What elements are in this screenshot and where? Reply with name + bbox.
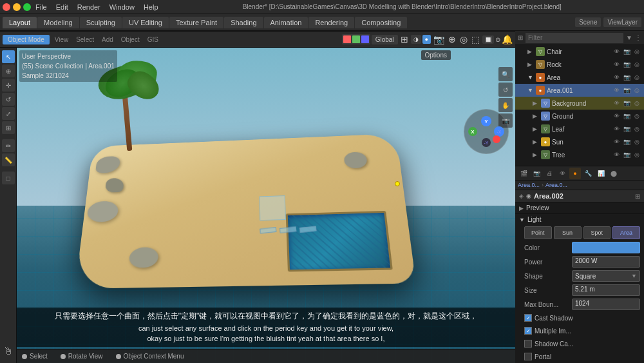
- multiple-importance-checkbox[interactable]: [524, 327, 532, 335]
- size-value[interactable]: 5.21 m: [572, 284, 640, 296]
- render-icon[interactable]: ◎: [632, 112, 641, 121]
- prop-tab-output[interactable]: 🖨: [544, 168, 555, 179]
- light-type-point[interactable]: Point: [524, 226, 552, 239]
- prop-tab-object-active[interactable]: ●: [569, 168, 581, 179]
- viewport-canvas[interactable]: User Perspective (55) Scene Collection |…: [17, 48, 515, 363]
- prop-tab-view[interactable]: 👁: [556, 168, 568, 179]
- max-bounce-value[interactable]: 1024: [572, 299, 640, 310]
- outliner-item-rock[interactable]: ▶ ▽ Rock 👁 📷 ◎: [515, 58, 644, 71]
- preview-section[interactable]: ▶ Preview: [515, 202, 644, 213]
- options-btn[interactable]: Options: [421, 50, 451, 60]
- render-icon[interactable]: ◎: [632, 150, 641, 159]
- camera-icon[interactable]: 📷: [622, 150, 631, 159]
- light-section-header[interactable]: ▼ Light: [515, 214, 644, 225]
- eye-icon[interactable]: 👁: [612, 150, 621, 159]
- gizmo-z[interactable]: [493, 135, 500, 143]
- menu-file[interactable]: File: [31, 2, 52, 12]
- outliner-sort-icon[interactable]: ⋮: [635, 34, 641, 41]
- tab-compositing[interactable]: Compositing: [355, 17, 407, 28]
- select-menu[interactable]: Select: [73, 35, 97, 44]
- minimize-button[interactable]: [13, 3, 21, 11]
- camera-icon[interactable]: 📷: [622, 60, 631, 69]
- outliner-search[interactable]: [526, 33, 623, 43]
- gizmo-bottom[interactable]: -Y: [482, 138, 491, 147]
- eye-icon[interactable]: 👁: [612, 99, 621, 108]
- cast-shadow-checkbox[interactable]: [524, 314, 532, 322]
- menu-help[interactable]: Help: [139, 2, 163, 12]
- render-icon[interactable]: ◎: [632, 47, 641, 56]
- eye-icon[interactable]: 👁: [612, 137, 621, 146]
- object-menu[interactable]: Object: [118, 35, 142, 44]
- measure-tool[interactable]: 📏: [2, 153, 15, 166]
- render-preview-icon[interactable]: ●: [422, 35, 431, 44]
- cursor-tool[interactable]: ⊕: [2, 64, 15, 77]
- power-value[interactable]: 2000 W: [572, 256, 640, 268]
- rotate-status[interactable]: Rotate View: [61, 353, 103, 360]
- gizmo-top[interactable]: Y: [481, 116, 491, 126]
- menu-window[interactable]: Window: [105, 2, 139, 12]
- camera-icon[interactable]: 📷: [622, 137, 631, 146]
- outliner-item-area[interactable]: ▼ ● Area 👁 📷 ◎: [515, 71, 644, 84]
- eye-icon[interactable]: 👁: [612, 60, 621, 69]
- outliner-item-ground[interactable]: ▶ ▽ Ground 👁 📷 ◎: [515, 110, 644, 123]
- tab-modeling[interactable]: Modeling: [37, 17, 79, 28]
- camera-icon[interactable]: 📷: [622, 99, 631, 108]
- render-icon[interactable]: ◎: [632, 73, 641, 82]
- camera-icon[interactable]: 📷: [622, 73, 631, 82]
- render-icon[interactable]: ◎: [632, 99, 641, 108]
- color-swatch[interactable]: [572, 242, 640, 253]
- eye-icon[interactable]: 👁: [612, 124, 621, 133]
- zoom-in-icon[interactable]: 🔍: [498, 67, 513, 81]
- select-status[interactable]: Select: [22, 353, 48, 360]
- prop-tab-data[interactable]: 📊: [595, 168, 607, 179]
- light-type-spot[interactable]: Spot: [583, 226, 611, 239]
- gizmo-left[interactable]: X: [468, 127, 477, 136]
- camera-icon[interactable]: 📷: [622, 47, 631, 56]
- show-overlay-icon[interactable]: ◎: [459, 34, 469, 44]
- eye-icon[interactable]: 👁: [612, 86, 621, 95]
- xray-icon[interactable]: ⬚: [470, 34, 481, 44]
- transform-icon[interactable]: ⊞: [399, 34, 410, 44]
- eye-icon[interactable]: 👁: [612, 73, 621, 82]
- orbit-icon[interactable]: ↺: [498, 83, 513, 97]
- menu-edit[interactable]: Edit: [52, 2, 73, 12]
- viewport-overlay-btn-b[interactable]: [361, 35, 369, 43]
- prop-tab-scene[interactable]: 🎬: [518, 168, 529, 179]
- transform-tool[interactable]: ⊞: [2, 121, 15, 134]
- breadcrumb-area[interactable]: Area.0...: [518, 182, 540, 188]
- render-icon[interactable]: ◎: [632, 60, 641, 69]
- annotate-tool[interactable]: ✏: [2, 139, 15, 152]
- view-menu[interactable]: View: [52, 35, 71, 44]
- shading-icon[interactable]: ◑: [411, 35, 421, 44]
- viewport-overlay-btn-g[interactable]: [352, 35, 360, 43]
- close-button[interactable]: [3, 3, 10, 11]
- outliner-item-leaf[interactable]: ▶ ▽ Leaf 👁 📷 ◎: [515, 123, 644, 135]
- scale-tool[interactable]: ⤢: [2, 107, 15, 120]
- tab-animation[interactable]: Animation: [264, 17, 308, 28]
- tab-uv-editing[interactable]: UV Editing: [122, 17, 169, 28]
- add-cube-tool[interactable]: □: [2, 172, 15, 184]
- object-mode-selector[interactable]: Object Mode: [3, 35, 50, 44]
- tab-sculpting[interactable]: Sculpting: [80, 17, 122, 28]
- tab-shading[interactable]: Shading: [224, 17, 263, 28]
- rotate-tool[interactable]: ↺: [2, 93, 15, 106]
- move-tool[interactable]: ✛: [2, 79, 15, 92]
- camera-icon[interactable]: 📷: [622, 124, 631, 133]
- menu-render[interactable]: Render: [73, 2, 105, 12]
- options-btn-label[interactable]: Options: [421, 50, 451, 60]
- camera-icon[interactable]: 📷: [432, 34, 446, 44]
- prop-tab-render[interactable]: 📷: [531, 168, 542, 179]
- expand-icon[interactable]: ⊞: [635, 193, 640, 200]
- proportional-edit-icon[interactable]: ⊙: [495, 36, 500, 43]
- shape-value[interactable]: Square ▼: [572, 270, 640, 282]
- viewport-overlay-btn-r[interactable]: [343, 35, 351, 43]
- add-menu[interactable]: Add: [99, 35, 116, 44]
- eye-icon[interactable]: 👁: [612, 47, 621, 56]
- show-gizmo-icon[interactable]: ⊕: [447, 34, 457, 44]
- outliner-item-background[interactable]: ▶ ▽ Background 👁 📷 ◎: [515, 97, 644, 110]
- prop-tab-modifier[interactable]: 🔧: [582, 168, 594, 179]
- light-type-sun[interactable]: Sun: [554, 226, 582, 239]
- gis-menu[interactable]: GIS: [145, 35, 161, 44]
- outliner-item-sun[interactable]: ▶ ● Sun 👁 📷 ◎: [515, 135, 644, 148]
- tab-texture-paint[interactable]: Texture Paint: [169, 17, 223, 28]
